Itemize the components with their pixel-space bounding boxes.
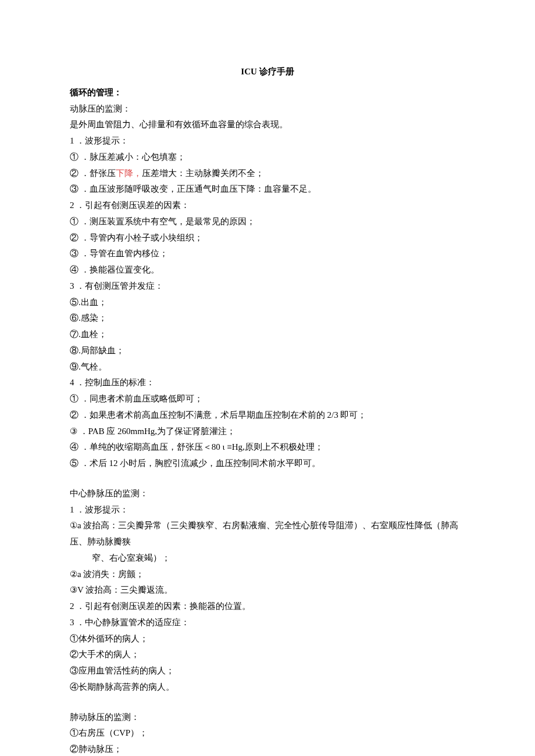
list-item: ① ．脉压差减小：心包填塞； <box>70 149 465 166</box>
list-item: ④长期静脉高营养的病人。 <box>70 679 465 696</box>
list-item: ②肺动脉压； <box>70 741 465 756</box>
list-item: ⑨.气栓。 <box>70 359 465 375</box>
list-item: 4 ．控制血压的标准： <box>70 375 465 391</box>
list-item: ①右房压（CVP）； <box>70 725 465 741</box>
list-item: ⑤.出血； <box>70 295 465 311</box>
list-item: 3 ．中心静脉置管术的适应症： <box>70 615 465 631</box>
list-item: ④ ．换能器位置变化。 <box>70 262 465 278</box>
subheading-cvp: 中心静脉压的监测： <box>70 486 465 502</box>
list-item: ③ ．血压波形随呼吸改变，正压通气时血压下降：血容量不足。 <box>70 181 465 198</box>
list-item: 3 ．有创测压管并发症： <box>70 278 465 295</box>
subheading-pap: 肺动脉压的监测： <box>70 710 465 726</box>
section-heading-circulation: 循环的管理： <box>70 85 465 101</box>
list-item: 2 ．引起有创测压误差的因素：换能器的位置。 <box>70 599 465 615</box>
subheading-arterial: 动脉压的监测： <box>70 101 465 117</box>
list-item: 1 ．波形提示： <box>70 133 465 149</box>
list-item: ② ．导管内有小栓子或小块组织； <box>70 230 465 246</box>
list-item: ② ．如果患者术前高血压控制不满意，术后早期血压控制在术前的 2/3 即可； <box>70 407 465 424</box>
body-text: 是外周血管阻力、心排量和有效循环血容量的综合表现。 <box>70 117 465 133</box>
list-item-continued: 窄、右心室衰竭）； <box>70 550 465 567</box>
list-item: ①a 波抬高：三尖瓣异常（三尖瓣狭窄、右房黏液瘤、完全性心脏传导阻滞）、右室顺应… <box>70 518 465 550</box>
list-item: 1 ．波形提示： <box>70 502 465 518</box>
list-item: ③应用血管活性药的病人； <box>70 663 465 679</box>
list-item: ④ ．单纯的收缩期高血压，舒张压＜80 ι ≡Hg,原则上不积极处理； <box>70 439 465 456</box>
list-item: ②a 波消失：房颤； <box>70 567 465 583</box>
list-item: 2 ．引起有创测压误差的因素： <box>70 198 465 214</box>
list-item: ⑧.局部缺血； <box>70 343 465 359</box>
text-highlight-red: 下降， <box>116 169 142 178</box>
list-item: ③ ．导管在血管内移位； <box>70 246 465 262</box>
text-suffix: 压差增大：主动脉瓣关闭不全； <box>142 169 264 178</box>
text-prefix: ② ．舒张压 <box>70 169 116 178</box>
list-item: ⑤ ．术后 12 小时后，胸腔引流减少，血压控制同术前水平即可。 <box>70 456 465 472</box>
list-item: ②大手术的病人； <box>70 647 465 663</box>
blank-line <box>70 696 465 710</box>
list-item: ② ．舒张压下降，压差增大：主动脉瓣关闭不全； <box>70 166 465 182</box>
list-item: ③ ．PAB 应 260mmHg,为了保证肾脏灌注； <box>70 424 465 440</box>
list-item: ① ．测压装置系统中有空气，是最常见的原因； <box>70 214 465 230</box>
blank-line <box>70 472 465 486</box>
list-item: ⑦.血栓； <box>70 327 465 343</box>
document-title: ICU 诊疗手册 <box>70 64 465 80</box>
list-item: ⑥.感染； <box>70 310 465 327</box>
list-item: ①体外循环的病人； <box>70 631 465 647</box>
list-item: ③V 波抬高：三尖瓣返流。 <box>70 582 465 599</box>
list-item: ① ．同患者术前血压或略低即可； <box>70 391 465 407</box>
